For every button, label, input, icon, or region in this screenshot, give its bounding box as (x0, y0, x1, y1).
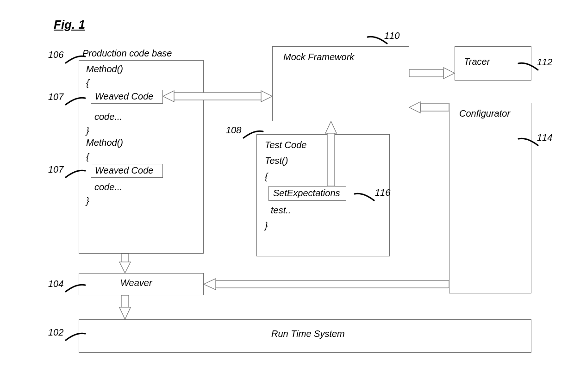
set-expectations-label: SetExpectations (273, 188, 340, 199)
ref-106: 106 (48, 50, 63, 60)
svg-marker-14 (204, 279, 216, 290)
tracer-label: Tracer (464, 56, 490, 67)
mock-framework-label: Mock Framework (283, 52, 354, 62)
prod-brace-close-1: } (86, 125, 89, 136)
ref-116: 116 (375, 187, 390, 198)
ref-108-tick (242, 130, 264, 140)
production-code-title: Production code base (82, 48, 172, 59)
svg-marker-2 (261, 91, 272, 102)
prod-brace-open-1: { (86, 78, 89, 88)
test-brace-close: } (265, 220, 268, 231)
weaved-code-1: Weaved Code (95, 91, 153, 102)
arrow-configurator-to-mock (409, 102, 449, 113)
test-brace-open: { (265, 171, 268, 182)
svg-rect-3 (409, 69, 443, 77)
svg-marker-12 (119, 307, 131, 319)
ref-107a: 107 (48, 92, 63, 102)
diagram-stage: Fig. 1 Production code base Method() { W… (0, 0, 574, 392)
svg-marker-4 (443, 68, 455, 79)
arrow-weaver-to-runtime (119, 295, 131, 319)
figure-title: Fig. 1 (54, 18, 85, 32)
svg-rect-11 (121, 295, 129, 308)
weaver-label: Weaver (120, 278, 152, 288)
svg-marker-8 (325, 121, 337, 133)
svg-marker-10 (119, 262, 131, 273)
prod-code2: code... (94, 182, 122, 193)
prod-brace-close-2: } (86, 196, 89, 206)
runtime-system-label: Run Time System (271, 329, 345, 339)
arrow-prod-to-weaver (119, 254, 131, 273)
svg-rect-9 (121, 254, 129, 263)
arrow-configurator-to-weaver (204, 279, 449, 290)
ref-102: 102 (48, 327, 63, 338)
configurator-label: Configurator (459, 108, 510, 119)
ref-102-tick (64, 332, 86, 342)
weaved-code-2: Weaved Code (95, 165, 153, 176)
ref-116-tick (354, 192, 376, 202)
svg-marker-6 (409, 102, 420, 113)
ref-110-tick (367, 35, 389, 45)
prod-method1: Method() (86, 64, 123, 75)
test-code-title: Test Code (265, 140, 306, 150)
svg-rect-13 (215, 280, 449, 288)
configurator-box (449, 103, 531, 293)
ref-108: 108 (226, 125, 241, 136)
prod-method2: Method() (86, 137, 123, 148)
ref-106-tick (64, 55, 86, 65)
ref-104-tick (64, 283, 86, 293)
ref-112-tick (518, 62, 540, 72)
ref-107b-tick (64, 169, 86, 179)
ref-114-tick (518, 137, 540, 147)
test-fn: Test() (265, 156, 288, 166)
ref-107a-tick (64, 96, 86, 106)
prod-code1: code... (94, 112, 122, 122)
ref-107b: 107 (48, 164, 63, 175)
svg-rect-5 (420, 104, 449, 111)
prod-brace-open-2: { (86, 151, 89, 162)
ref-104: 104 (48, 279, 63, 289)
production-code-box (79, 60, 204, 254)
arrow-mock-to-tracer (409, 68, 455, 79)
test-line: test.. (271, 205, 291, 216)
